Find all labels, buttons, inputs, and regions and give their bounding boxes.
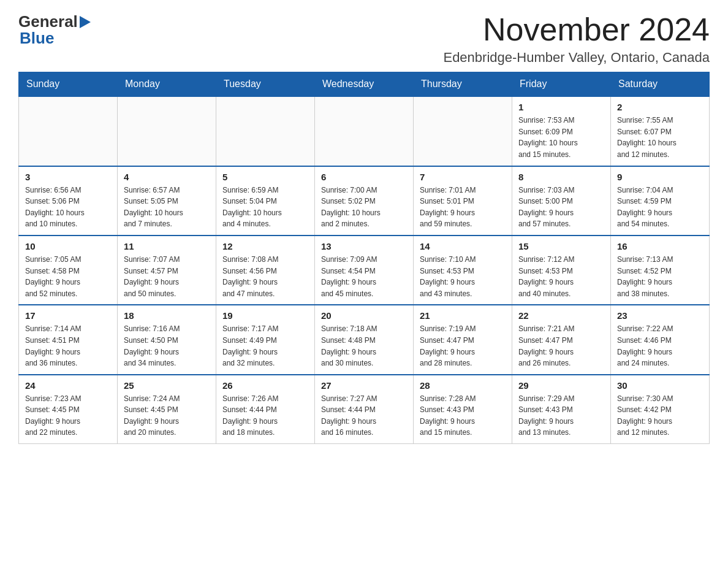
day-number: 29 (518, 380, 604, 391)
logo-blue-text: Blue (20, 29, 54, 48)
day-number: 25 (124, 380, 210, 391)
day-info: Sunrise: 7:04 AMSunset: 4:59 PMDaylight:… (617, 185, 703, 230)
weekday-header-thursday: Thursday (414, 72, 512, 97)
calendar-cell: 13Sunrise: 7:09 AMSunset: 4:54 PMDayligh… (315, 236, 414, 305)
calendar-cell: 1Sunrise: 7:53 AMSunset: 6:09 PMDaylight… (512, 96, 611, 166)
calendar-cell: 16Sunrise: 7:13 AMSunset: 4:52 PMDayligh… (611, 236, 710, 305)
calendar-cell: 23Sunrise: 7:22 AMSunset: 4:46 PMDayligh… (611, 305, 710, 374)
calendar-cell: 27Sunrise: 7:27 AMSunset: 4:44 PMDayligh… (315, 375, 414, 444)
day-info: Sunrise: 7:17 AMSunset: 4:49 PMDaylight:… (222, 323, 308, 369)
day-number: 7 (420, 172, 506, 182)
day-info: Sunrise: 7:23 AMSunset: 4:45 PMDaylight:… (25, 393, 111, 439)
day-info: Sunrise: 7:12 AMSunset: 4:53 PMDaylight:… (518, 254, 604, 299)
calendar-cell (315, 96, 414, 166)
day-number: 12 (222, 241, 308, 251)
calendar-cell: 3Sunrise: 6:56 AMSunset: 5:06 PMDaylight… (19, 166, 118, 236)
day-info: Sunrise: 7:19 AMSunset: 4:47 PMDaylight:… (420, 323, 506, 369)
day-number: 2 (617, 102, 703, 112)
day-info: Sunrise: 7:01 AMSunset: 5:01 PMDaylight:… (420, 185, 506, 230)
page-header: General Blue November 2024 Edenbridge-Hu… (18, 12, 710, 66)
day-info: Sunrise: 6:59 AMSunset: 5:04 PMDaylight:… (222, 185, 308, 230)
calendar-cell (414, 96, 512, 166)
calendar-week-row: 10Sunrise: 7:05 AMSunset: 4:58 PMDayligh… (19, 236, 710, 305)
calendar-cell: 9Sunrise: 7:04 AMSunset: 4:59 PMDaylight… (611, 166, 710, 236)
day-info: Sunrise: 7:30 AMSunset: 4:42 PMDaylight:… (617, 393, 703, 439)
day-number: 16 (617, 241, 703, 251)
day-number: 4 (124, 172, 210, 182)
calendar-cell: 26Sunrise: 7:26 AMSunset: 4:44 PMDayligh… (216, 375, 315, 444)
day-number: 8 (518, 172, 604, 182)
logo-triangle-icon (80, 16, 91, 28)
day-info: Sunrise: 7:14 AMSunset: 4:51 PMDaylight:… (25, 323, 111, 369)
day-number: 1 (518, 102, 604, 112)
calendar-table: SundayMondayTuesdayWednesdayThursdayFrid… (18, 72, 710, 444)
calendar-week-row: 24Sunrise: 7:23 AMSunset: 4:45 PMDayligh… (19, 375, 710, 444)
calendar-cell: 6Sunrise: 7:00 AMSunset: 5:02 PMDaylight… (315, 166, 414, 236)
day-number: 23 (617, 310, 703, 321)
calendar-cell: 12Sunrise: 7:08 AMSunset: 4:56 PMDayligh… (216, 236, 315, 305)
weekday-header-monday: Monday (118, 72, 216, 97)
weekday-header-tuesday: Tuesday (216, 72, 315, 97)
day-number: 9 (617, 172, 703, 182)
day-info: Sunrise: 7:28 AMSunset: 4:43 PMDaylight:… (420, 393, 506, 439)
day-info: Sunrise: 7:29 AMSunset: 4:43 PMDaylight:… (518, 393, 604, 439)
day-number: 28 (420, 380, 506, 391)
day-info: Sunrise: 7:10 AMSunset: 4:53 PMDaylight:… (420, 254, 506, 299)
calendar-cell: 11Sunrise: 7:07 AMSunset: 4:57 PMDayligh… (118, 236, 216, 305)
weekday-header-saturday: Saturday (611, 72, 710, 97)
calendar-cell: 30Sunrise: 7:30 AMSunset: 4:42 PMDayligh… (611, 375, 710, 444)
day-number: 17 (25, 310, 111, 321)
calendar-cell (19, 96, 118, 166)
day-number: 15 (518, 241, 604, 251)
day-info: Sunrise: 7:53 AMSunset: 6:09 PMDaylight:… (518, 115, 604, 160)
calendar-week-row: 1Sunrise: 7:53 AMSunset: 6:09 PMDaylight… (19, 96, 710, 166)
day-number: 3 (25, 172, 111, 182)
calendar-week-row: 17Sunrise: 7:14 AMSunset: 4:51 PMDayligh… (19, 305, 710, 374)
weekday-header-friday: Friday (512, 72, 611, 97)
day-number: 20 (321, 310, 407, 321)
calendar-cell: 5Sunrise: 6:59 AMSunset: 5:04 PMDaylight… (216, 166, 315, 236)
day-info: Sunrise: 7:05 AMSunset: 4:58 PMDaylight:… (25, 254, 111, 299)
day-info: Sunrise: 6:56 AMSunset: 5:06 PMDaylight:… (25, 185, 111, 230)
day-number: 30 (617, 380, 703, 391)
day-info: Sunrise: 7:03 AMSunset: 5:00 PMDaylight:… (518, 185, 604, 230)
calendar-cell (216, 96, 315, 166)
weekday-header-sunday: Sunday (19, 72, 118, 97)
title-area: November 2024 Edenbridge-Humber Valley, … (443, 12, 710, 66)
day-number: 11 (124, 241, 210, 251)
location-subtitle: Edenbridge-Humber Valley, Ontario, Canad… (443, 50, 710, 66)
calendar-cell: 10Sunrise: 7:05 AMSunset: 4:58 PMDayligh… (19, 236, 118, 305)
day-info: Sunrise: 7:16 AMSunset: 4:50 PMDaylight:… (124, 323, 210, 369)
calendar-week-row: 3Sunrise: 6:56 AMSunset: 5:06 PMDaylight… (19, 166, 710, 236)
day-number: 10 (25, 241, 111, 251)
day-number: 24 (25, 380, 111, 391)
day-info: Sunrise: 7:24 AMSunset: 4:45 PMDaylight:… (124, 393, 210, 439)
day-number: 13 (321, 241, 407, 251)
day-number: 19 (222, 310, 308, 321)
day-number: 6 (321, 172, 407, 182)
calendar-cell: 15Sunrise: 7:12 AMSunset: 4:53 PMDayligh… (512, 236, 611, 305)
logo: General Blue (18, 12, 93, 48)
calendar-cell: 21Sunrise: 7:19 AMSunset: 4:47 PMDayligh… (414, 305, 512, 374)
calendar-cell: 14Sunrise: 7:10 AMSunset: 4:53 PMDayligh… (414, 236, 512, 305)
calendar-cell: 7Sunrise: 7:01 AMSunset: 5:01 PMDaylight… (414, 166, 512, 236)
day-info: Sunrise: 7:00 AMSunset: 5:02 PMDaylight:… (321, 185, 407, 230)
day-info: Sunrise: 7:21 AMSunset: 4:47 PMDaylight:… (518, 323, 604, 369)
calendar-cell: 28Sunrise: 7:28 AMSunset: 4:43 PMDayligh… (414, 375, 512, 444)
calendar-cell: 19Sunrise: 7:17 AMSunset: 4:49 PMDayligh… (216, 305, 315, 374)
day-number: 18 (124, 310, 210, 321)
calendar-cell: 24Sunrise: 7:23 AMSunset: 4:45 PMDayligh… (19, 375, 118, 444)
calendar-cell: 20Sunrise: 7:18 AMSunset: 4:48 PMDayligh… (315, 305, 414, 374)
calendar-cell (118, 96, 216, 166)
day-info: Sunrise: 7:09 AMSunset: 4:54 PMDaylight:… (321, 254, 407, 299)
day-number: 26 (222, 380, 308, 391)
calendar-cell: 22Sunrise: 7:21 AMSunset: 4:47 PMDayligh… (512, 305, 611, 374)
day-info: Sunrise: 7:13 AMSunset: 4:52 PMDaylight:… (617, 254, 703, 299)
day-number: 21 (420, 310, 506, 321)
calendar-cell: 4Sunrise: 6:57 AMSunset: 5:05 PMDaylight… (118, 166, 216, 236)
day-info: Sunrise: 7:55 AMSunset: 6:07 PMDaylight:… (617, 115, 703, 160)
calendar-cell: 17Sunrise: 7:14 AMSunset: 4:51 PMDayligh… (19, 305, 118, 374)
day-info: Sunrise: 7:26 AMSunset: 4:44 PMDaylight:… (222, 393, 308, 439)
day-info: Sunrise: 7:18 AMSunset: 4:48 PMDaylight:… (321, 323, 407, 369)
calendar-cell: 8Sunrise: 7:03 AMSunset: 5:00 PMDaylight… (512, 166, 611, 236)
